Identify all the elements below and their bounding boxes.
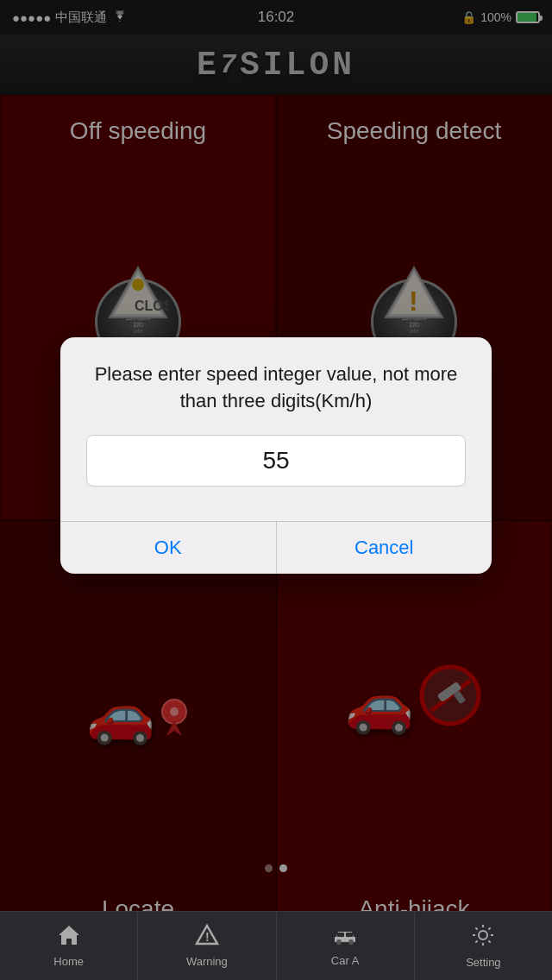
tab-home[interactable]: Home	[0, 912, 138, 980]
dialog-message: Please enter speed integer value, not mo…	[86, 361, 466, 415]
dialog-overlay: Please enter speed integer value, not mo…	[0, 0, 552, 911]
dialog-cancel-button[interactable]: Cancel	[277, 522, 492, 574]
svg-point-18	[348, 939, 354, 945]
warning-icon: !	[195, 924, 219, 952]
tab-bar: Home ! Warning Car A	[0, 911, 552, 980]
tab-car-a-label: Car A	[331, 954, 360, 967]
svg-rect-15	[337, 933, 344, 937]
svg-rect-16	[346, 933, 353, 937]
dialog-buttons: OK Cancel	[60, 522, 492, 574]
dialog-body: Please enter speed integer value, not mo…	[60, 337, 492, 505]
tab-warning[interactable]: ! Warning	[138, 912, 276, 980]
tab-home-label: Home	[53, 955, 84, 968]
tab-setting[interactable]: Setting	[415, 912, 552, 980]
tab-warning-label: Warning	[186, 955, 228, 968]
tab-car-a[interactable]: Car A	[277, 912, 415, 980]
speed-input[interactable]	[86, 435, 466, 487]
svg-point-19	[479, 931, 487, 939]
home-icon	[57, 924, 81, 952]
tab-setting-label: Setting	[466, 956, 500, 969]
svg-point-17	[336, 939, 342, 945]
svg-text:!: !	[205, 930, 210, 944]
car-a-icon	[332, 925, 358, 951]
setting-icon	[471, 923, 495, 952]
dialog-ok-button[interactable]: OK	[60, 522, 277, 574]
speed-dialog: Please enter speed integer value, not mo…	[60, 337, 492, 575]
